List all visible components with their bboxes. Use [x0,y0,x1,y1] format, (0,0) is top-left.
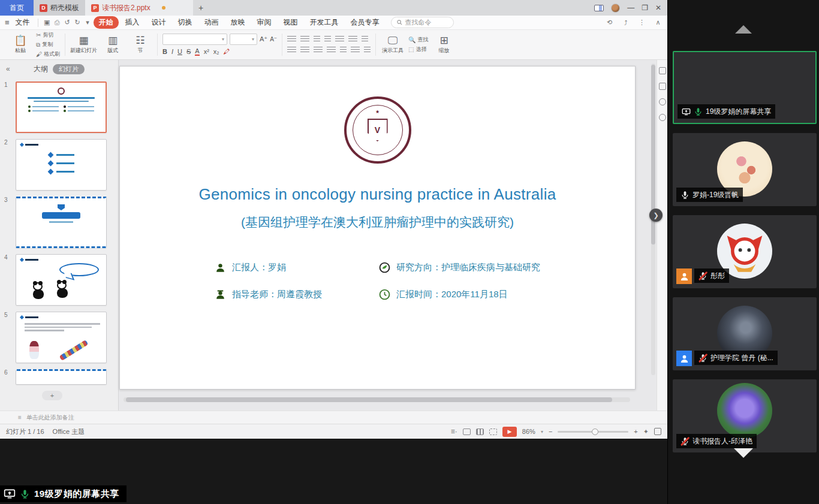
font-shrink-button[interactable]: A⁻ [270,36,277,43]
print-icon[interactable]: ⎙ [53,18,62,27]
select-button[interactable]: ⬚ 选择 [408,46,428,53]
redo-icon[interactable]: ↻ [73,18,82,27]
font-color-button[interactable]: A [195,47,199,56]
align-left-button[interactable] [287,47,296,54]
slide-thumbnail-6[interactable] [16,369,107,385]
columns-button[interactable] [362,36,368,43]
restore-button[interactable]: ❐ [642,4,648,11]
new-slide-button[interactable]: ▦ 新建幻灯片 [70,35,97,55]
menu-tab-1[interactable]: 插入 [120,16,145,29]
indent-decrease-button[interactable] [314,36,320,43]
font-size-combo[interactable]: ▾ [230,34,257,45]
close-button[interactable]: ✕ [655,4,661,11]
strikethrough-button[interactable]: S [186,48,191,55]
collapse-ribbon-icon[interactable]: ∧ [654,18,663,27]
objects-icon[interactable] [659,83,666,90]
current-slide[interactable]: ★ V Genomics in oncology nursing practic… [119,66,636,390]
outline-level-button[interactable] [364,47,371,54]
account-avatar[interactable] [611,4,620,13]
menu-tab-8[interactable]: 开发工具 [305,16,344,29]
justify-button[interactable] [327,47,336,54]
menu-tab-2[interactable]: 设计 [146,16,171,29]
new-tab-button[interactable]: + [193,0,209,16]
subscript-button[interactable]: x₂ [213,48,219,55]
zoom-slider[interactable] [558,431,628,433]
bold-button[interactable]: B [162,48,167,55]
file-menu[interactable]: 文件 [12,17,34,28]
more-quick-icon[interactable]: ▾ [83,18,92,27]
properties-icon[interactable] [659,67,666,74]
reading-view-button[interactable] [489,428,497,435]
numbered-list-button[interactable] [351,47,360,54]
menu-tab-6[interactable]: 审阅 [252,16,277,29]
line-spacing-button[interactable] [335,36,344,43]
align-right-button[interactable] [314,47,323,54]
outline-tab[interactable]: 大纲 [34,64,48,74]
bullets-button[interactable] [287,36,296,43]
best-fit-icon[interactable]: ✦ [643,428,649,436]
participant-tile-5[interactable]: 读书报告人-邱泽艳 [673,379,817,452]
indent-increase-button[interactable] [324,36,331,43]
sync-icon[interactable]: ⟲ [605,18,614,27]
zoom-caret-icon[interactable]: ▾ [541,429,543,434]
zoom-percent[interactable]: 86% [522,428,535,435]
zoom-tool-button[interactable]: ⊞ 缩放 [432,35,456,55]
menu-tab-5[interactable]: 放映 [225,16,251,29]
more-menu-icon[interactable]: ⋮ [637,18,646,27]
presentation-tools-button[interactable]: 🖵 演示工具 [381,35,405,55]
font-family-combo[interactable]: ▾ [162,34,227,45]
zoom-in-button[interactable]: + [634,428,637,435]
underline-button[interactable]: U [177,48,182,55]
slide-sorter-button[interactable] [476,428,484,435]
collapse-panel-button[interactable]: « [6,65,10,73]
highlight-button[interactable]: 🖍 [224,48,230,55]
slide-thumbnail-1[interactable] [16,82,107,133]
paste-button[interactable]: 📋 粘贴 [8,35,32,55]
align-center-button[interactable] [300,47,309,54]
undo-icon[interactable]: ↺ [63,18,72,27]
notes-toggle-icon[interactable]: ≡· [451,427,457,436]
tab-home[interactable]: 首页 [0,0,34,16]
slide-thumbnail-3[interactable] [16,197,107,248]
participant-tile-1[interactable]: 19级罗娟的屏幕共享 [673,51,817,124]
numbering-button[interactable] [300,36,309,43]
scroll-down-arrow[interactable] [734,448,753,458]
find-button[interactable]: 🔍 查找 [408,36,428,44]
menu-tab-9[interactable]: 会员专享 [345,16,385,29]
superscript-button[interactable]: x² [204,48,209,55]
format-painter-button[interactable]: 🖌 格式刷 [36,50,60,58]
minimize-button[interactable]: — [627,4,634,11]
menu-tab-4[interactable]: 动画 [199,16,224,29]
hamburger-icon[interactable]: ≡ [5,18,10,27]
slide-thumbnail-2[interactable] [16,139,107,191]
cut-button[interactable]: ✂ 剪切 [36,31,60,39]
add-slide-button[interactable]: + [42,391,62,400]
scroll-up-arrow[interactable] [735,25,752,34]
font-enlarge-button[interactable]: A⁺ [260,35,267,43]
zoom-out-button[interactable]: − [549,428,552,435]
tab-file[interactable]: P 读书报告2.pptx [85,0,193,16]
share-icon[interactable]: ⤴ [621,18,630,27]
normal-view-button[interactable] [463,428,471,435]
menu-tab-3[interactable]: 切换 [173,16,198,29]
distribute-button[interactable] [340,47,347,54]
help-icon[interactable] [659,114,666,121]
menu-tab-7[interactable]: 视图 [278,16,303,29]
slide-thumbnail-5[interactable] [16,312,107,363]
slideshow-play-button[interactable]: ▶ [502,427,517,437]
italic-button[interactable]: I [171,48,173,55]
copy-button[interactable]: ⧉ 复制 [36,41,60,49]
fit-slide-button[interactable] [654,428,661,435]
zoom-slider-knob[interactable] [592,428,598,435]
text-direction-button[interactable] [348,36,357,43]
horizontal-scrollbar[interactable] [124,397,630,402]
save-icon[interactable]: ▣ [43,18,52,27]
command-search-input[interactable]: 查找命令 [391,17,454,28]
styles-icon[interactable] [659,98,666,105]
participant-tile-3[interactable]: 彤彤 [673,215,817,288]
expand-panel-button[interactable]: ❯ [649,209,663,222]
participant-tile-2[interactable]: 罗娟-19级晋帆 [673,133,817,206]
docs-mode-icon[interactable] [594,5,604,11]
slide-thumbnail-4[interactable] [16,254,107,306]
section-button[interactable]: ☷ 节 [128,35,152,55]
